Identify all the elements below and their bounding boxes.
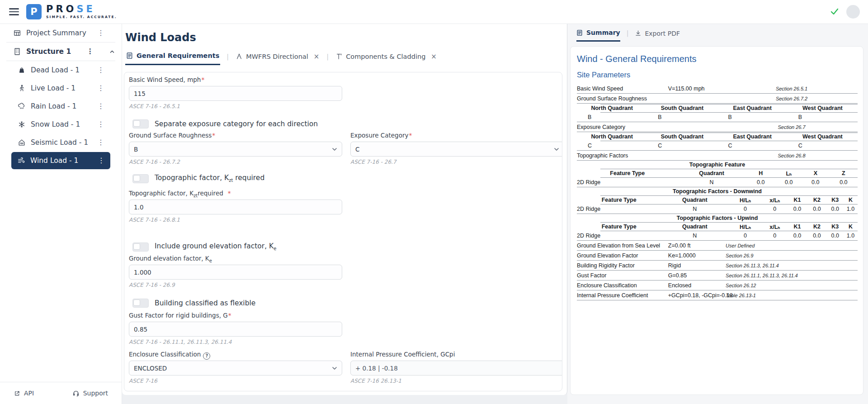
quadrant-value: C [577,143,647,149]
logo-name-blue: SE [76,4,95,14]
tab-components-cladding[interactable]: Components & Cladding × [335,52,438,65]
kebab-menu-icon[interactable]: ⋮ [97,29,104,37]
column-header: K1 [788,223,807,230]
close-icon[interactable]: × [431,52,437,61]
exposure-category-label: Exposure Category* [350,132,562,140]
quadrant-header: South Quadrant [647,105,717,111]
kebab-menu-icon[interactable]: ⋮ [98,157,105,164]
sidebar-item-snow-load[interactable]: Snow Load - 1 ⋮ [0,115,122,133]
chevron-down-icon [332,366,337,370]
cell: N [661,206,728,212]
kebab-menu-icon[interactable]: ⋮ [97,121,104,128]
api-link[interactable]: API [14,390,34,397]
kebab-menu-icon[interactable]: ⋮ [97,103,104,110]
ground-elevation-factor-input[interactable] [129,265,342,280]
row-value: Ke=1.0000 [668,252,726,259]
rain-cloud-icon [18,102,26,110]
row-label: Topographic Factors [577,152,668,159]
row-reference: Section 26.7.2 [726,96,858,101]
tab-label: MWFRS Directional [246,53,308,60]
internal-pressure-hint: ASCE 7-16 26.13-1 [350,378,562,384]
sidebar-item-rain-load[interactable]: Rain Load - 1 ⋮ [0,97,122,115]
support-link[interactable]: Support [72,390,108,397]
row-reference: Section 26.11.1, 26.11.3, 26.11.4 [726,273,858,278]
quadrant-header-row: North Quadrant South Quadrant East Quadr… [577,104,858,113]
kebab-menu-icon[interactable]: ⋮ [97,139,104,146]
cell: N [678,179,745,185]
sidebar-item-dead-load[interactable]: Dead Load - 1 ⋮ [0,61,122,79]
ground-elevation-toggle-label: Include ground elevation factor, Ke [155,242,276,251]
row-label: Gust Factor [577,272,668,279]
quadrant-header: East Quadrant [717,105,788,111]
quadrant-header-row: North Quadrant South Quadrant East Quadr… [577,132,858,141]
exposure-row: Ground Surface Roughness* B ASCE 7-16 - … [129,132,557,165]
quadrant-value: B [717,114,788,120]
topographic-factor-toggle[interactable] [132,174,149,183]
basic-wind-speed-input[interactable] [129,86,342,101]
cell: 0.0 [807,233,826,239]
quadrant-header: North Quadrant [577,105,647,111]
logo-letter: P [30,6,37,17]
ground-elevation-toggle-row: Include ground elevation factor, Ke [129,242,557,252]
exposure-category-select[interactable]: C [350,142,562,157]
topographic-factor-hint: ASCE 7-16 - 26.8.1 [129,217,557,223]
export-pdf-button[interactable]: Export PDF [635,30,680,41]
sidebar-item-live-load[interactable]: Live Load - 1 ⋮ [0,79,122,97]
sidebar-item-label: Live Load - 1 [31,84,75,92]
kebab-menu-icon[interactable]: ⋮ [86,48,94,55]
help-icon[interactable]: ? [203,352,210,360]
logo-tagline: SIMPLE. FAST. ACCURATE. [46,15,117,19]
separate-exposure-toggle-label: Separate exposure category for each dire… [155,120,318,128]
download-icon [635,30,642,37]
sidebar-item-seismic-load[interactable]: Seismic Load - 1 ⋮ [0,133,122,152]
topographic-feature-title: Topographic Feature [577,161,858,169]
close-icon[interactable]: × [314,52,320,61]
quadrant-value: C [717,143,788,149]
menu-icon[interactable] [9,8,19,15]
row-value: V=115.00 mph [668,86,726,92]
mwfrs-directional-icon [236,53,242,60]
gust-factor-hint: ASCE 7-16 - 26.11.1, 26.11.3, 26.11.4 [129,339,557,345]
chevron-down-icon [332,147,337,151]
column-header: Quadrant [661,223,728,230]
internal-pressure-label: Internal Pressure Coefficient, GCpi [350,351,562,359]
gust-factor-label: Gust Factor for rigid buildings, G* [129,312,557,320]
ground-surface-roughness-select[interactable]: B [129,142,342,157]
sidebar-item-wind-load[interactable]: Wind Load - 1 ⋮ [11,152,110,169]
tab-separator: | [226,53,229,60]
enclosure-row: Enclosure Classification? ENCLOSED ASCE … [129,351,557,384]
kebab-menu-icon[interactable]: ⋮ [97,67,104,74]
row-reference: Section 26.9 [726,253,858,258]
logo-mark[interactable]: P [26,4,42,19]
cell: 0 [728,206,762,212]
row-label: Exposure Category [577,124,668,130]
sidebar-item-structure-1[interactable]: Structure 1 ⋮ [0,43,122,61]
dead-load-icon [18,66,26,74]
sidebar-item-project-summary[interactable]: Project Summary ⋮ [0,24,122,42]
row-reference: Section 26.12 [726,283,858,288]
avatar[interactable] [846,5,860,19]
row-reference: Section 26.8 [726,153,858,158]
row-value: G=0.85 [668,272,726,279]
required-marker: * [201,76,204,83]
table-row-enclosure: Enclosure Classification Enclosed Sectio… [577,280,858,290]
sidebar-footer: API Support [0,382,122,404]
cell: 0.0 [827,206,844,212]
tab-label: Components & Cladding [346,53,425,60]
enclosure-classification-select[interactable]: ENCLOSED [129,361,342,375]
internal-pressure-input[interactable] [350,361,562,375]
chevron-up-icon[interactable] [109,48,115,55]
table-row-exposure-category: Exposure Category Section 26.7 [577,122,858,132]
tab-general-requirements[interactable]: General Requirements [125,52,220,65]
tab-summary[interactable]: Summary [576,29,620,42]
wind-load-icon [17,157,25,165]
separate-exposure-toggle[interactable] [132,119,149,128]
gust-factor-input[interactable] [129,322,342,337]
tab-mwfrs-directional[interactable]: MWFRS Directional × [235,52,320,65]
kebab-menu-icon[interactable]: ⋮ [97,85,104,92]
ground-elevation-toggle[interactable] [132,242,149,252]
topographic-factor-input[interactable] [129,200,342,214]
flexible-building-toggle[interactable] [132,299,149,308]
table-row-ground-elevation-factor: Ground Elevation Factor Ke=1.0000 Sectio… [577,251,858,261]
table-icon [13,29,21,37]
